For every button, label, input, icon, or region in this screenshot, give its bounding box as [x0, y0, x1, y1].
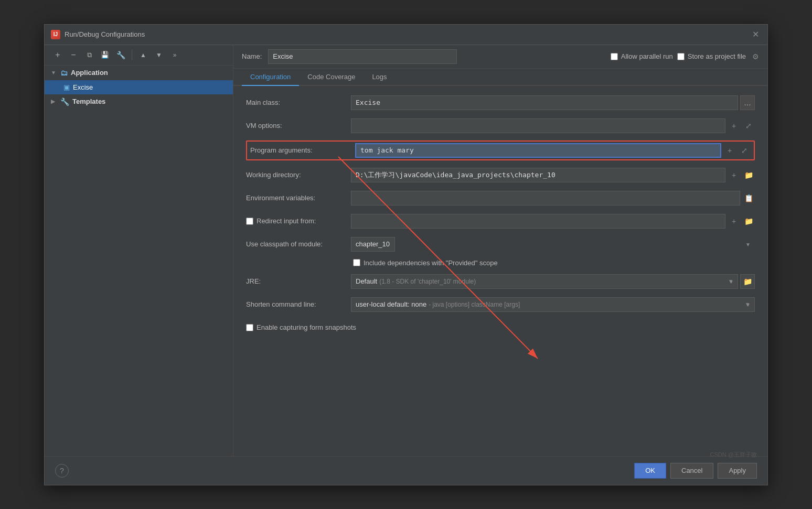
redirect-input[interactable] — [351, 214, 725, 229]
gear-icon[interactable]: ⚙ — [752, 52, 759, 61]
redirect-input-row: Redirect input from: + 📁 — [246, 213, 755, 230]
templates-label: Templates — [72, 98, 105, 105]
jre-browse-button[interactable]: 📁 — [740, 274, 755, 289]
shorten-cmd-select-wrapper: user-local default: none - java [options… — [351, 297, 755, 312]
working-dir-control: + 📁 — [351, 168, 755, 182]
more-button[interactable]: » — [168, 48, 181, 62]
vm-options-expand-button[interactable]: ⤢ — [742, 120, 755, 132]
redirect-browse-button[interactable]: 📁 — [742, 215, 755, 228]
jre-display[interactable]: Default (1.8 - SDK of 'chapter_10' modul… — [351, 274, 738, 289]
classpath-select[interactable]: chapter_10 — [351, 237, 395, 252]
tab-code-coverage[interactable]: Code Coverage — [299, 69, 364, 86]
capture-snapshots-label[interactable]: Enable capturing form snapshots — [246, 323, 356, 331]
working-dir-add-button[interactable]: + — [728, 169, 740, 181]
include-deps-label[interactable]: Include dependencies with "Provided" sco… — [353, 259, 498, 267]
allow-parallel-label[interactable]: Allow parallel run — [611, 52, 673, 60]
redirect-add-button[interactable]: + — [728, 215, 740, 228]
shorten-cmd-display[interactable]: user-local default: none - java [options… — [351, 297, 755, 312]
tab-configuration[interactable]: Configuration — [242, 69, 299, 86]
jre-value: Default — [356, 277, 377, 285]
move-down-button[interactable]: ▼ — [152, 48, 166, 62]
help-button[interactable]: ? — [55, 464, 69, 478]
env-vars-control: 📋 — [351, 191, 755, 205]
vm-options-control: + ⤢ — [351, 118, 755, 133]
checkbox-group: Allow parallel run Store as project file… — [611, 52, 759, 61]
name-bar: Name: Allow parallel run Store as projec… — [233, 45, 767, 69]
templates-icon: 🔧 — [60, 98, 69, 106]
expand-arrow-application: ▼ — [51, 70, 57, 75]
main-class-browse-button[interactable]: … — [740, 95, 755, 110]
cancel-button[interactable]: Cancel — [670, 463, 713, 479]
copy-button[interactable]: ⧉ — [82, 48, 96, 62]
redirect-control: + 📁 — [351, 214, 755, 229]
ok-button[interactable]: OK — [634, 463, 666, 479]
store-as-project-checkbox[interactable] — [677, 53, 685, 60]
shorten-cmd-value: user-local default: none — [356, 300, 426, 308]
redirect-checkbox[interactable] — [246, 218, 253, 225]
working-dir-input[interactable] — [351, 168, 725, 182]
allow-parallel-checkbox[interactable] — [611, 53, 618, 60]
capture-snapshots-checkbox[interactable] — [246, 324, 253, 331]
include-deps-row: Include dependencies with "Provided" sco… — [353, 259, 755, 267]
sidebar-item-application[interactable]: ▼ 🗂 Application — [45, 66, 233, 80]
redirect-label: Redirect input from: — [257, 217, 316, 225]
move-up-button[interactable]: ▲ — [136, 48, 150, 62]
main-class-row: Main class: … — [246, 94, 755, 111]
vm-options-input[interactable] — [351, 118, 725, 133]
footer-left: ? — [55, 464, 69, 478]
classpath-control: chapter_10 — [351, 237, 755, 252]
save-button[interactable]: 💾 — [98, 48, 112, 62]
application-label: Application — [71, 69, 108, 77]
vm-options-row: VM options: + ⤢ — [246, 117, 755, 134]
apply-button[interactable]: Apply — [718, 463, 757, 479]
env-vars-edit-button[interactable]: 📋 — [742, 192, 755, 204]
sidebar-item-excise[interactable]: ▣ Excise — [45, 80, 233, 94]
vm-options-add-button[interactable]: + — [728, 120, 740, 132]
classpath-select-wrapper: chapter_10 — [351, 237, 755, 252]
include-deps-checkbox[interactable] — [353, 259, 360, 266]
run-debug-dialog: IJ Run/Debug Configurations ✕ + − ⧉ 💾 🔧 … — [44, 24, 768, 485]
program-args-add-button[interactable]: + — [723, 144, 736, 157]
config-panel: Name: Allow parallel run Store as projec… — [233, 45, 767, 456]
excise-label: Excise — [73, 83, 93, 91]
excise-icon: ▣ — [63, 83, 70, 91]
program-args-control: + ⤢ — [355, 143, 751, 158]
jre-sub-value: (1.8 - SDK of 'chapter_10' module) — [379, 278, 476, 285]
name-input[interactable] — [268, 49, 457, 64]
name-label: Name: — [242, 52, 262, 60]
program-args-label: Program arguments: — [250, 146, 355, 154]
jre-select-wrapper: Default (1.8 - SDK of 'chapter_10' modul… — [351, 274, 738, 289]
footer-right: OK Cancel Apply — [634, 463, 757, 479]
working-dir-browse-button[interactable]: 📁 — [742, 169, 755, 181]
shorten-cmd-label: Shorten command line: — [246, 300, 351, 308]
sidebar-item-templates[interactable]: ▶ 🔧 Templates — [45, 94, 233, 109]
main-class-input[interactable] — [351, 95, 738, 110]
jre-control: Default (1.8 - SDK of 'chapter_10' modul… — [351, 274, 755, 289]
expand-arrow-templates: ▶ — [51, 99, 57, 104]
form-area: Main class: … VM options: + ⤢ — [233, 86, 767, 456]
shorten-cmd-arrow: ▼ — [745, 301, 750, 307]
tabs: Configuration Code Coverage Logs — [233, 69, 767, 86]
jre-dropdown-arrow: ▼ — [728, 278, 733, 284]
env-vars-label: Environment variables: — [246, 194, 351, 202]
remove-button[interactable]: − — [67, 48, 80, 62]
store-as-project-label[interactable]: Store as project file — [677, 52, 746, 60]
settings-button[interactable]: 🔧 — [114, 48, 127, 62]
footer: ? OK Cancel Apply — [45, 456, 767, 485]
application-folder-icon: 🗂 — [60, 69, 68, 77]
main-class-label: Main class: — [246, 99, 351, 106]
vm-options-label: VM options: — [246, 122, 351, 129]
capture-snapshots-row: Enable capturing form snapshots — [246, 319, 755, 336]
program-args-expand-button[interactable]: ⤢ — [738, 144, 751, 157]
close-button[interactable]: ✕ — [750, 29, 761, 40]
tab-logs[interactable]: Logs — [364, 69, 395, 86]
program-args-row: Program arguments: + ⤢ — [246, 140, 755, 160]
env-vars-row: Environment variables: 📋 — [246, 190, 755, 207]
program-args-input[interactable] — [355, 143, 721, 158]
working-dir-row: Working directory: + 📁 — [246, 167, 755, 183]
add-button[interactable]: + — [51, 48, 65, 62]
shorten-cmd-sub: - java [options] className [args] — [429, 301, 520, 308]
env-vars-input[interactable] — [351, 191, 740, 205]
working-dir-label: Working directory: — [246, 171, 351, 179]
title-bar: IJ Run/Debug Configurations ✕ — [45, 25, 767, 45]
